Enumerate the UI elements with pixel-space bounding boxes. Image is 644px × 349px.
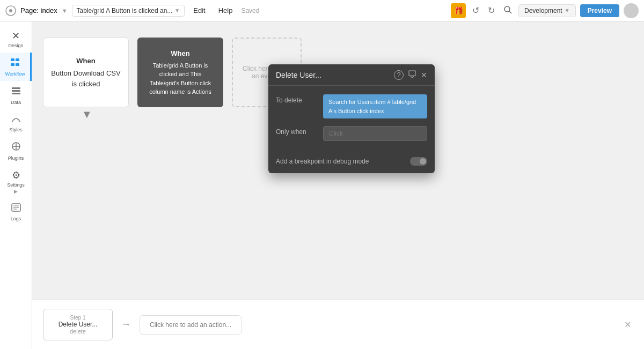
page-title: Page: index — [20, 6, 57, 14]
env-label: Development — [524, 7, 562, 14]
workflow-selector-text: Table/grid A Button is clicked an... — [77, 7, 173, 14]
close-icon: ✕ — [12, 30, 20, 42]
event-card-1[interactable]: When Button Download CSV is clicked — [43, 38, 129, 107]
help-button[interactable]: Help — [214, 4, 237, 17]
only-when-input[interactable] — [323, 126, 427, 141]
modal-footer: Add a breakpoint in debug mode — [268, 157, 435, 173]
svg-rect-9 — [12, 90, 20, 92]
breakpoint-label: Add a breakpoint in debug mode — [276, 158, 406, 165]
preview-button[interactable]: Preview — [580, 4, 619, 17]
redo-button[interactable]: ↻ — [486, 3, 497, 18]
sidebar-item-styles[interactable]: Styles — [0, 109, 32, 137]
sidebar-item-data[interactable]: Data — [0, 81, 32, 109]
modal-close-button[interactable]: ✕ — [421, 71, 427, 79]
svg-point-2 — [504, 6, 510, 12]
step-number: Step 1 — [51, 315, 105, 321]
avatar[interactable] — [624, 3, 639, 18]
event2-when: When — [144, 48, 217, 59]
to-delete-value[interactable]: Search for Users:item #Table/grid A's Bu… — [323, 94, 427, 118]
step-title: Delete User... — [51, 321, 105, 328]
modal-only-when-row: Only when — [276, 126, 427, 141]
step-row: Step 1 Delete User... delete → Click her… — [32, 300, 644, 349]
env-selector[interactable]: Development ▼ — [518, 4, 576, 17]
modal-help-icon[interactable]: ? — [394, 70, 404, 80]
sidebar-item-design[interactable]: ✕ Design — [0, 26, 32, 53]
workflow-icon — [10, 57, 20, 70]
sidebar-label-styles: Styles — [9, 127, 23, 132]
page-dropdown-arrow[interactable]: ▼ — [62, 8, 68, 14]
logo-icon — [5, 5, 16, 16]
svg-rect-10 — [12, 93, 20, 94]
env-arrow: ▼ — [565, 8, 570, 13]
data-icon — [11, 85, 21, 99]
svg-rect-5 — [16, 58, 19, 61]
sidebar-label-settings: Settings — [7, 182, 25, 188]
to-delete-label: To delete — [276, 94, 319, 118]
gift-icon[interactable]: 🎁 — [451, 3, 466, 18]
svg-rect-6 — [11, 63, 14, 66]
workflow-selector[interactable]: Table/grid A Button is clicked an... ▼ — [72, 5, 185, 17]
edit-button[interactable]: Edit — [189, 4, 209, 17]
topbar: Page: index ▼ Table/grid A Button is cli… — [0, 0, 644, 21]
settings-icon: ⚙ — [12, 169, 20, 181]
svg-point-1 — [9, 9, 12, 12]
svg-rect-4 — [11, 58, 14, 61]
sidebar-label-design: Design — [8, 43, 23, 48]
delete-user-modal: Delete User... ? ✕ To delete Search for … — [268, 64, 435, 173]
step-row-close-button[interactable]: ✕ — [622, 317, 633, 332]
event-card-2[interactable]: When Table/grid A Button is clicked and … — [137, 38, 223, 107]
logs-icon — [11, 203, 21, 215]
step-card-1[interactable]: Step 1 Delete User... delete — [43, 309, 113, 340]
search-button[interactable] — [501, 3, 514, 18]
step-arrow-right: → — [121, 319, 131, 330]
svg-rect-7 — [16, 63, 19, 66]
event1-when: When — [50, 56, 122, 66]
saved-status: Saved — [241, 7, 259, 14]
event2-description: Table/grid A Button is clicked and This … — [144, 61, 217, 96]
modal-body: To delete Search for Users:item #Table/g… — [268, 86, 435, 157]
svg-rect-8 — [12, 87, 20, 89]
sidebar-item-logs[interactable]: Logs — [0, 198, 32, 226]
only-when-label: Only when — [276, 126, 319, 141]
step-subtitle: delete — [51, 328, 105, 335]
modal-title: Delete User... — [276, 71, 390, 79]
sidebar-label-data: Data — [11, 100, 21, 105]
svg-line-3 — [509, 11, 511, 13]
workflow-selector-arrow: ▼ — [174, 8, 180, 13]
undo-button[interactable]: ↺ — [470, 3, 481, 18]
breakpoint-toggle[interactable] — [410, 157, 427, 166]
sidebar-label-plugins: Plugins — [8, 155, 24, 161]
sidebar: ✕ Design Workflow Data Styles Plugins — [0, 21, 32, 349]
add-action-button[interactable]: Click here to add an action... — [140, 315, 241, 335]
sidebar-item-workflow[interactable]: Workflow — [0, 53, 32, 81]
sidebar-item-settings[interactable]: ⚙ Settings ▶ — [0, 165, 32, 198]
modal-comment-icon[interactable] — [408, 70, 416, 80]
modal-to-delete-row: To delete Search for Users:item #Table/g… — [276, 94, 427, 118]
modal-header: Delete User... ? ✕ — [268, 64, 435, 86]
sidebar-item-plugins[interactable]: Plugins — [0, 137, 32, 165]
event1-description: Button Download CSV is clicked — [50, 68, 122, 89]
plugins-icon — [11, 141, 21, 154]
sidebar-label-logs: Logs — [11, 216, 21, 221]
main-content: When Button Download CSV is clicked When… — [32, 21, 644, 349]
sidebar-label-workflow: Workflow — [5, 71, 25, 77]
styles-icon — [11, 114, 21, 126]
